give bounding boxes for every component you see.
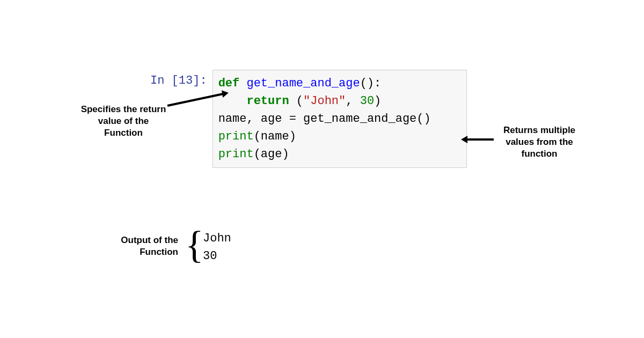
keyword-return: return xyxy=(246,94,289,108)
code-line-6: print(age) xyxy=(218,145,461,163)
code-cell: In [13]: def get_name_and_age(): return … xyxy=(150,70,467,168)
call-parens: () xyxy=(416,112,430,126)
function-call-name: get_name_and_age xyxy=(303,112,416,126)
arrow-right-head-icon xyxy=(461,136,467,143)
code-box: def get_name_and_age(): return ("John", … xyxy=(213,70,467,168)
code-line-4: name, age = get_name_and_age() xyxy=(218,110,461,128)
arrow-right-line xyxy=(467,138,494,141)
cell-input-row: In [13]: def get_name_and_age(): return … xyxy=(150,70,467,168)
output-line-1: John xyxy=(203,230,231,247)
paren: (): xyxy=(360,77,382,90)
keyword-def: def xyxy=(218,77,240,90)
code-line-5: print(name) xyxy=(218,128,461,145)
string-literal: "John" xyxy=(303,94,346,108)
code-line-2: return ("John", 30) xyxy=(218,92,461,110)
output-line-2: 30 xyxy=(203,247,231,265)
print-args: (age) xyxy=(254,148,289,161)
print-builtin: print xyxy=(218,148,254,161)
print-builtin: print xyxy=(218,130,254,143)
cell-prompt: In [13]: xyxy=(150,70,213,92)
function-name: get_name_and_age xyxy=(246,77,360,90)
assignment-lhs: name, age = xyxy=(218,112,303,126)
annotation-multiple-values: Returns multiple values from the functio… xyxy=(494,124,585,160)
annotation-return-value: Specifies the return value of the Functi… xyxy=(78,104,169,139)
open-paren: ( xyxy=(289,94,303,108)
code-line-1: def get_name_and_age(): xyxy=(218,75,461,92)
print-args: (name) xyxy=(254,130,296,143)
output-block: John 30 xyxy=(203,230,231,265)
curly-brace-icon: { xyxy=(185,225,204,264)
close-paren: ) xyxy=(374,94,381,108)
comma: , xyxy=(346,94,360,108)
arrow-left-head-icon xyxy=(222,89,229,98)
annotation-output: Output of the Function xyxy=(100,234,178,258)
number-literal: 30 xyxy=(360,94,374,108)
